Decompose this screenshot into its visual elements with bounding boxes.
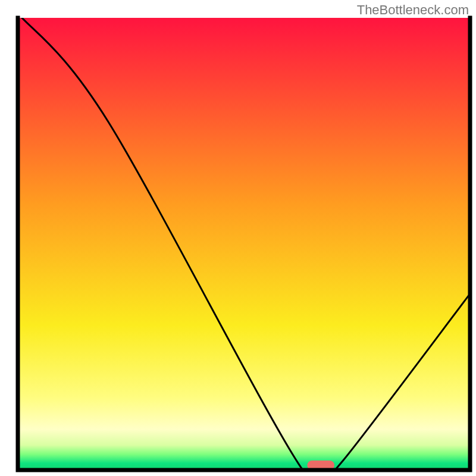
chart-container: TheBottleneck.com — [0, 0, 476, 476]
bottleneck-chart — [0, 0, 476, 476]
watermark-text: TheBottleneck.com — [357, 2, 469, 18]
gradient-background — [18, 18, 470, 470]
